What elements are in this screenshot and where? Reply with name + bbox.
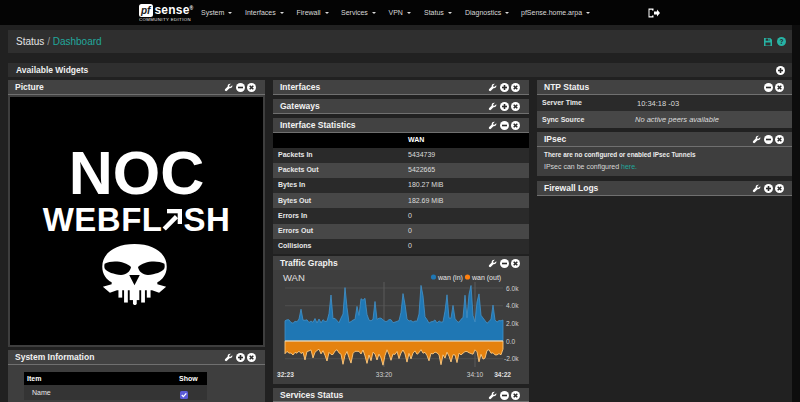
svg-text:-2.0k: -2.0k (504, 355, 519, 362)
svg-text:?: ? (779, 38, 783, 45)
svg-text:34:10: 34:10 (467, 371, 484, 378)
svg-text:2.0k: 2.0k (506, 320, 519, 327)
svg-text:34:22: 34:22 (494, 371, 511, 378)
svg-text:4.0k: 4.0k (506, 302, 519, 309)
svg-text:0.0: 0.0 (506, 338, 515, 345)
svg-text:33:20: 33:20 (376, 371, 393, 378)
svg-text:wan (in): wan (in) (437, 274, 463, 282)
svg-text:wan (out): wan (out) (471, 274, 501, 282)
svg-text:6.0k: 6.0k (506, 285, 519, 292)
svg-text:32:23: 32:23 (277, 371, 294, 378)
